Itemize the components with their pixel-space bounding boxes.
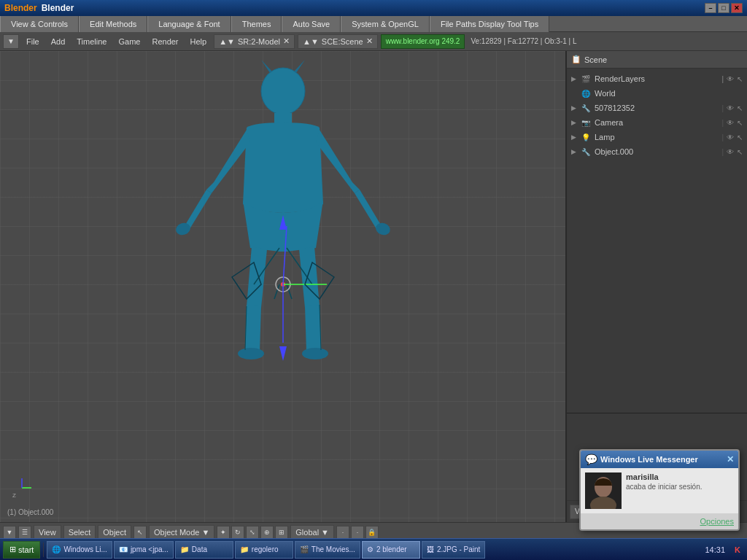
translate-icon[interactable]: ✦: [217, 526, 230, 539]
tab-edit-methods[interactable]: Edit Methods: [79, 16, 147, 32]
menu-file[interactable]: File: [22, 36, 44, 47]
svg-text:Z: Z: [12, 492, 16, 499]
layer-icons: · · 🔒: [336, 526, 379, 539]
global-dropdown[interactable]: Global ▼: [290, 525, 334, 540]
scene-row-camera[interactable]: ▶ 📷 Camera | 👁 ↖: [567, 115, 747, 130]
object-mode-dropdown[interactable]: Object Mode ▼: [149, 525, 214, 540]
notification-close-button[interactable]: ✕: [727, 454, 734, 464]
view-dropdown[interactable]: View: [34, 525, 61, 540]
scene-row-renderlayers[interactable]: ▶ 🎬 RenderLayers | 👁 ↖: [567, 71, 747, 86]
notification-footer: Opciones: [581, 513, 738, 529]
tab-themes[interactable]: Themes: [231, 16, 282, 32]
snap-icon[interactable]: ⊞: [275, 526, 288, 539]
cursor-icon[interactable]: ↖: [737, 75, 743, 83]
scene-header: 📋 Scene: [567, 51, 747, 69]
taskbar-item-5[interactable]: ⚙ 2 blender: [362, 541, 420, 559]
scene-row-lamp[interactable]: ▶ 💡 Lamp | 👁 ↖: [567, 130, 747, 144]
taskbar-item-2[interactable]: 📁 Data: [175, 541, 233, 559]
start-button[interactable]: ⊞ start: [3, 541, 40, 559]
arrow-icon: ▶: [571, 75, 578, 82]
viewport-3d[interactable]: Z (1) Object.000: [0, 51, 565, 522]
notification-options-link[interactable]: Opciones: [700, 517, 734, 526]
menu-render[interactable]: Render: [147, 36, 182, 47]
cursor-lamp[interactable]: ↖: [737, 133, 743, 141]
renderlayers-icon: 🎬: [581, 75, 592, 83]
taskbar-item-3[interactable]: 📁 regolero: [235, 541, 293, 559]
menu-help[interactable]: Help: [186, 36, 212, 47]
notification-body: marisilla acaba de iniciar sesión.: [581, 468, 738, 513]
menu-icon-btn[interactable]: ▼: [3, 34, 19, 49]
stats-bar: Ve:12829 | Fa:12772 | Ob:3-1 | L: [468, 37, 579, 45]
scene-row-object000[interactable]: ▶ 🔧 Object.000 | 👁 ↖: [567, 144, 747, 159]
menu-timeline[interactable]: Timeline: [72, 36, 111, 47]
scene2-selector[interactable]: ▲▼ SCE:Scene ✕: [298, 34, 378, 49]
messenger-icon: 💬: [585, 454, 597, 465]
taskbar: ⊞ start 🌐 Windows Li... 📧 jpma <jpa... 📁…: [0, 538, 747, 560]
svg-marker-16: [279, 346, 287, 361]
taskbar-item-4[interactable]: 🎬 The Movies...: [295, 541, 360, 559]
cursor-icon2[interactable]: ↖: [737, 104, 743, 112]
tab-auto-save[interactable]: Auto Save: [282, 16, 341, 32]
tb-label-2: Data: [192, 545, 207, 553]
arrow-icon: ▶: [571, 104, 578, 112]
app-title: Blender: [42, 3, 705, 13]
cursor-cam[interactable]: ↖: [737, 119, 743, 127]
minimize-button[interactable]: –: [705, 3, 716, 13]
transform-icon[interactable]: ⊕: [260, 526, 274, 539]
scene-title: Scene: [584, 55, 607, 64]
menu-add[interactable]: Add: [47, 36, 70, 47]
eye-lamp[interactable]: 👁: [727, 133, 734, 141]
object-icon: 🔧: [581, 148, 592, 156]
taskbar-item-0[interactable]: 🌐 Windows Li...: [47, 541, 112, 559]
scene1-close[interactable]: ✕: [283, 36, 290, 46]
tab-file-paths[interactable]: File Paths Display Tool Tips: [430, 16, 549, 32]
close-button[interactable]: ✕: [731, 3, 743, 13]
notification-title: Windows Live Messenger: [600, 455, 724, 464]
eye-icon2[interactable]: 👁: [727, 104, 734, 112]
tab-language-font[interactable]: Language & Font: [147, 16, 231, 32]
system-clock: 14:31: [705, 545, 729, 554]
taskbar-item-6[interactable]: 🖼 2.JPG - Paint: [422, 541, 485, 559]
scene-row-world[interactable]: 🌐 World: [567, 86, 747, 101]
object-mode-label: Object Mode: [154, 528, 199, 537]
renderlayers-action[interactable]: |: [721, 75, 724, 83]
blender-link[interactable]: www.blender.org 249.2: [381, 34, 465, 49]
scene1-selector[interactable]: ▲▼ SR:2-Model ✕: [214, 34, 295, 49]
camera-label: Camera: [595, 118, 719, 127]
mode-icon-1[interactable]: ▼: [3, 526, 16, 539]
cursor-obj[interactable]: ↖: [737, 148, 743, 156]
menu-bar: ▼ File Add Timeline Game Render Help ▲▼ …: [0, 32, 747, 51]
cursor-mode-icon[interactable]: ↖: [133, 526, 147, 539]
scene-list: ▶ 🎬 RenderLayers | 👁 ↖ 🌐 World ▶ 🔧 50781…: [567, 69, 747, 413]
menu-game[interactable]: Game: [114, 36, 144, 47]
viewport-background: Z (1) Object.000: [0, 51, 565, 522]
object-dropdown[interactable]: Object: [98, 525, 131, 540]
layer-icon-1[interactable]: ·: [336, 526, 349, 539]
notification-header: 💬 Windows Live Messenger ✕: [581, 451, 738, 468]
rotate-icon[interactable]: ↻: [231, 526, 244, 539]
eye-obj[interactable]: 👁: [727, 148, 734, 156]
taskbar-item-1[interactable]: 📧 jpma <jpa...: [114, 541, 174, 559]
eye-icon[interactable]: 👁: [727, 75, 734, 83]
global-label: Global: [295, 528, 319, 537]
layer-icon-2[interactable]: ·: [351, 526, 364, 539]
arrow-icon: ▶: [571, 148, 578, 155]
kaspersky-icon[interactable]: K: [731, 543, 744, 556]
lock-icon[interactable]: 🔒: [365, 526, 379, 539]
view-menu-icon[interactable]: ☰: [18, 526, 31, 539]
tab-view-controls[interactable]: View & Controls: [0, 16, 79, 32]
select-dropdown[interactable]: Select: [63, 525, 96, 540]
obj-507-label: 507812352: [595, 104, 719, 112]
eye-cam[interactable]: 👁: [727, 119, 734, 127]
taskbar-separator: [43, 542, 44, 557]
scale-icon[interactable]: ⤡: [246, 526, 259, 539]
lamp-label: Lamp: [595, 133, 719, 141]
scene2-close[interactable]: ✕: [366, 36, 373, 46]
maximize-button[interactable]: □: [718, 3, 729, 13]
tab-system-opengl[interactable]: System & OpenGL: [341, 16, 430, 32]
object000-label: Object.000: [595, 147, 719, 156]
app-logo: Blender: [4, 3, 37, 13]
scene-row-507812352[interactable]: ▶ 🔧 507812352 | 👁 ↖: [567, 101, 747, 115]
separator-cam: |: [721, 119, 724, 127]
world-icon: 🌐: [581, 90, 592, 98]
